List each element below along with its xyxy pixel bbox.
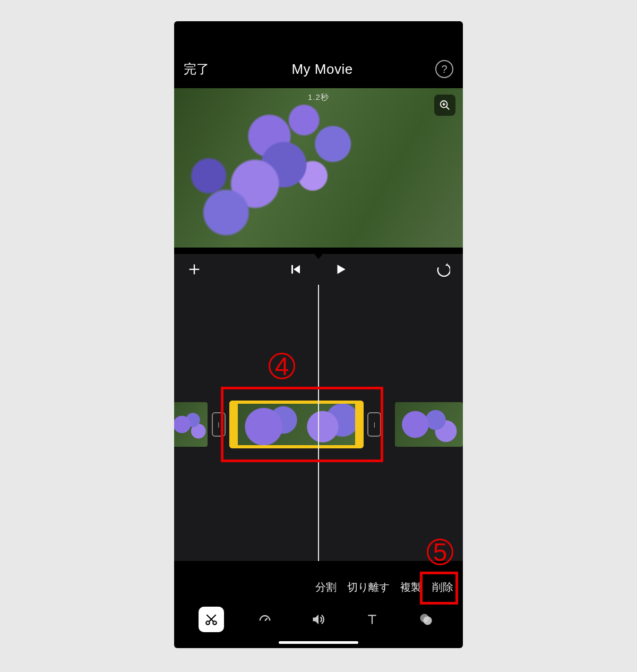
prev-icon xyxy=(289,263,302,276)
filter-icon xyxy=(418,612,433,627)
undo-button[interactable] xyxy=(435,262,450,277)
text-icon xyxy=(365,613,379,626)
filter-tool[interactable] xyxy=(413,607,438,632)
timeline[interactable]: 4 | | xyxy=(174,285,463,561)
svg-marker-7 xyxy=(294,265,300,274)
preview-image xyxy=(174,88,463,248)
bottom-toolbar xyxy=(174,603,463,635)
svg-marker-14 xyxy=(313,615,318,625)
annotation-step-5: 5 xyxy=(427,539,453,565)
zoom-button[interactable] xyxy=(434,95,455,116)
help-icon: ? xyxy=(441,63,447,75)
home-indicator[interactable] xyxy=(279,641,358,644)
text-tool[interactable] xyxy=(359,607,385,632)
playhead-marker xyxy=(311,250,326,259)
project-title: My Movie xyxy=(291,61,352,78)
svg-point-18 xyxy=(423,616,432,625)
cut-icon xyxy=(204,613,218,626)
undo-icon xyxy=(435,262,450,277)
svg-rect-6 xyxy=(291,265,293,274)
detach-button[interactable]: 切り離す xyxy=(347,580,390,594)
video-preview[interactable]: 1.2秒 xyxy=(174,88,463,248)
volume-icon xyxy=(311,612,326,627)
phone-frame: 完了 My Movie ? 1.2秒 xyxy=(174,21,463,648)
svg-line-13 xyxy=(265,618,268,621)
annotation-step-4: 4 xyxy=(269,353,295,379)
skip-start-button[interactable] xyxy=(289,263,302,276)
done-button[interactable]: 完了 xyxy=(184,61,209,78)
annotation-box-4 xyxy=(221,387,383,462)
svg-line-1 xyxy=(446,107,450,110)
clip-next[interactable] xyxy=(395,402,463,447)
clip-prev[interactable] xyxy=(174,402,208,447)
svg-marker-8 xyxy=(338,265,346,274)
play-button[interactable] xyxy=(334,262,348,276)
annotation-box-5 xyxy=(420,572,458,605)
clip-duration-label: 1.2秒 xyxy=(308,92,329,103)
zoom-icon xyxy=(439,99,451,111)
add-icon xyxy=(187,262,202,277)
duplicate-button[interactable]: 複製 xyxy=(400,580,421,594)
editor-header: 完了 My Movie ? xyxy=(174,53,463,85)
speed-tool[interactable] xyxy=(252,607,278,632)
speed-icon xyxy=(257,612,272,627)
cut-tool[interactable] xyxy=(199,607,224,632)
help-button[interactable]: ? xyxy=(435,60,453,78)
split-button[interactable]: 分割 xyxy=(315,580,337,594)
volume-tool[interactable] xyxy=(306,607,331,632)
add-media-button[interactable] xyxy=(187,262,202,277)
play-icon xyxy=(334,262,348,276)
